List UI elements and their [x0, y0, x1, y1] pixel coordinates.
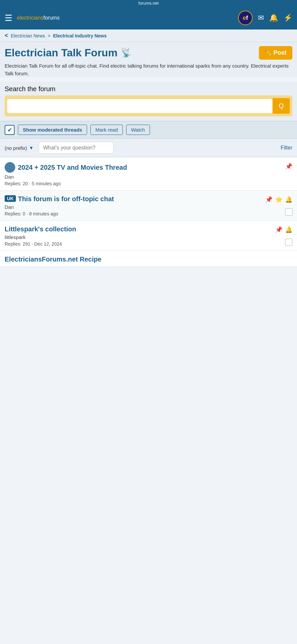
thread-filter-row: (no prefix) ▼ Filter: [0, 139, 297, 157]
forum-title: Electrician Talk Forum: [5, 47, 118, 59]
thread-select-checkbox[interactable]: [285, 208, 292, 216]
bell-icon[interactable]: 🔔: [269, 14, 278, 22]
search-section: Search the forum Q: [0, 82, 297, 121]
thread-meta: Replies: 0 · 8 minutes ago: [5, 211, 292, 216]
thread-list: 2024 + 2025 TV and Movies Thread Dan Rep…: [0, 157, 297, 267]
list-item: ElectriciansForums.net Recipe: [0, 251, 297, 267]
domain-hint: forums.net: [138, 1, 159, 6]
avatar: [5, 162, 15, 173]
chevron-down-icon: ▼: [29, 145, 34, 150]
mark-read-button[interactable]: Mark read: [90, 125, 123, 135]
uk-badge: UK: [5, 195, 16, 202]
breadcrumb-item2[interactable]: Electrical Industry News: [53, 33, 107, 38]
prefix-text: (no prefix): [5, 145, 27, 151]
filter-link[interactable]: Filter: [280, 145, 292, 151]
reply-count: Replies: 0: [5, 211, 25, 216]
thread-meta: Replies: 291 · Dec 12, 2024: [5, 241, 292, 247]
separator-dot: ·: [32, 241, 34, 247]
question-input[interactable]: [39, 142, 114, 154]
thread-select-checkbox[interactable]: [285, 239, 292, 246]
watch-button[interactable]: Watch: [126, 125, 150, 135]
thread-author: Dan: [5, 174, 292, 180]
thread-author: littlespark: [5, 234, 292, 240]
table-row: Littlespark's collection littlespark Rep…: [0, 221, 297, 251]
separator-dot: ·: [29, 181, 32, 186]
search-box-wrapper: Q: [5, 95, 292, 116]
mail-icon[interactable]: ✉: [258, 14, 264, 22]
thread-time: 5 minutes ago: [32, 181, 61, 186]
top-nav-bar: ☰ electriciansforums ef ✉ 🔔 ⚡: [0, 6, 297, 29]
thread-title-link[interactable]: Littlespark's collection: [5, 225, 76, 233]
search-button[interactable]: Q: [272, 98, 290, 114]
logo[interactable]: electriciansforums: [17, 15, 60, 21]
logo-electricians: electricians: [17, 15, 43, 21]
breadcrumb-separator: >: [48, 33, 50, 38]
thread-title-link[interactable]: ElectriciansForums.net Recipe: [5, 256, 101, 263]
post-button[interactable]: ✏️ Post: [259, 46, 292, 60]
prefix-select[interactable]: (no prefix) ▼: [5, 142, 114, 154]
lightning-icon[interactable]: ⚡: [283, 14, 292, 22]
table-row: UK This forum is for off-topic chat Dan …: [0, 191, 297, 221]
thread-time: Dec 12, 2024: [34, 241, 62, 247]
breadcrumb: < Electrician News > Electrical Industry…: [0, 29, 297, 42]
bell-icon[interactable]: 🔔: [285, 226, 292, 233]
post-icon: ✏️: [265, 50, 272, 56]
pin-icon[interactable]: 📌: [265, 196, 272, 203]
reply-count: Replies: 20: [5, 181, 28, 186]
show-moderated-button[interactable]: Show moderated threads: [18, 125, 87, 135]
thread-time: 8 minutes ago: [29, 211, 58, 216]
search-label: Search the forum: [5, 85, 292, 93]
rss-icon[interactable]: 📡: [121, 48, 131, 58]
pin-icon[interactable]: 📌: [275, 226, 282, 233]
forum-description: Electrician Talk Forum for all off-topic…: [5, 62, 292, 77]
thread-meta: Replies: 20 · 5 minutes ago: [5, 181, 292, 186]
breadcrumb-item1[interactable]: Electrician News: [11, 33, 45, 38]
logo-forums: forums: [43, 15, 60, 21]
thread-title-link[interactable]: 2024 + 2025 TV and Movies Thread: [18, 164, 127, 171]
moderated-checkbox[interactable]: ✔: [5, 125, 15, 135]
breadcrumb-back-button[interactable]: <: [5, 32, 8, 39]
star-icon[interactable]: ⭐: [275, 196, 282, 203]
thread-title-link[interactable]: This forum is for off-topic chat: [18, 195, 114, 203]
search-input[interactable]: [7, 99, 272, 113]
table-row: 2024 + 2025 TV and Movies Thread Dan Rep…: [0, 157, 297, 191]
separator-dot: ·: [26, 211, 29, 216]
pin-icon[interactable]: 📌: [285, 163, 292, 170]
reply-count: Replies: 291: [5, 241, 30, 247]
check-icon: ✔: [7, 126, 12, 134]
ef-avatar[interactable]: ef: [238, 11, 253, 25]
bell-icon[interactable]: 🔔: [285, 196, 292, 203]
hamburger-menu[interactable]: ☰: [5, 14, 12, 22]
thread-author: Dan: [5, 204, 292, 210]
filter-bar: ✔ Show moderated threads Mark read Watch: [0, 121, 297, 139]
